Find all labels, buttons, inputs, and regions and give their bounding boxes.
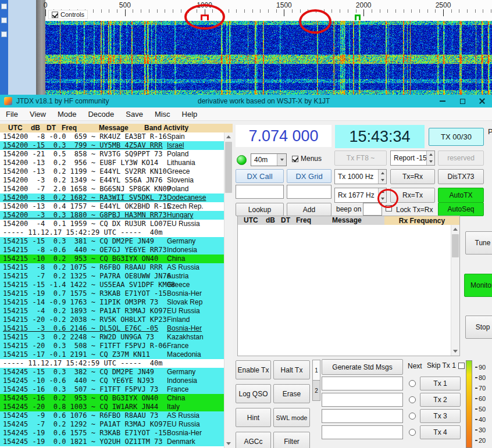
decode-row[interactable]: 154200 -7 2.0 1658 ~ BG6SNJ SP8GK KN09Po…: [0, 185, 224, 193]
hint-button[interactable]: Hint: [236, 408, 271, 427]
halt-tx-button[interactable]: Halt Tx: [273, 360, 310, 379]
spin-down-icon[interactable]: [379, 177, 386, 184]
menu-item-decode[interactable]: Decode: [82, 107, 120, 120]
tx-mode-button[interactable]: Tx FT8 ~: [334, 150, 387, 166]
lookup-button[interactable]: Lookup: [236, 203, 284, 216]
tx-countdown-button[interactable]: TX 00/30: [429, 128, 484, 146]
erase-button[interactable]: Erase: [273, 384, 310, 403]
decode-row[interactable]: 154200 -8 0.2 1682 ~ RA3WII SV5DKL 73Dod…: [0, 193, 224, 202]
scroll-up-icon[interactable]: [451, 225, 459, 234]
rx-frequency-body[interactable]: [238, 225, 451, 356]
decode-row[interactable]: 154215 -19 0.7 1575 ~ R3KAB E71YOT -15Bo…: [0, 289, 224, 298]
close-button[interactable]: [472, 95, 492, 107]
scroll-up-icon[interactable]: [224, 132, 233, 141]
decode-separator-row[interactable]: ----- 11.12.17 15:42:59 UTC ----- 40m: [0, 359, 224, 368]
waterfall-canvas[interactable]: [45, 21, 492, 95]
decode-row[interactable]: 154245 -16 0.2 953 ~ CQ BG3IYX ON40China: [0, 394, 224, 403]
tx-select-radio-1[interactable]: [409, 380, 416, 387]
tx-select-radio-2[interactable]: [409, 396, 416, 403]
decode-separator-row[interactable]: ----- 11.12.17 15:42:29 UTC ----- 40m: [0, 228, 224, 237]
menu-item-misc[interactable]: Misc: [149, 107, 176, 120]
agcc-button[interactable]: AGCc: [236, 432, 271, 448]
decode-row[interactable]: 154215 -20 -0.2 2038 ~ RV5K OH8LXT KP23F…: [0, 316, 224, 324]
spin-down-icon[interactable]: [427, 158, 434, 165]
decode-row[interactable]: 154200 -13 0.2 1199 ~ E44YL SV2RR KN10Gr…: [0, 167, 224, 176]
decode-row[interactable]: 154215 -7 0.2 1325 ~ PA7RA OE8UWW JN76Au…: [0, 272, 224, 281]
skip-tx1-checkbox[interactable]: [458, 363, 465, 369]
decode-row[interactable]: 154245 -15 0.3 382 ~ CQ DM2PE JN49German…: [0, 368, 224, 377]
swl-mode-button[interactable]: SWL mode: [273, 408, 310, 427]
rx-frequency-scrollbar[interactable]: [451, 225, 459, 356]
tx-message-field-1[interactable]: [322, 377, 403, 390]
decode-row[interactable]: 154215 -17 -0.1 2191 ~ CQ Z37M KN11Maced…: [0, 350, 224, 359]
menu-item-view[interactable]: View: [24, 107, 52, 120]
title-bar[interactable]: JTDX v18.1 by HF community derivative wo…: [0, 95, 492, 107]
spin-up-icon[interactable]: [427, 151, 434, 158]
tx-freq-spinner[interactable]: Tx 1000 Hz: [334, 169, 387, 184]
menu-item-file[interactable]: File: [0, 107, 24, 120]
tx-1-button[interactable]: Tx 1: [420, 377, 461, 390]
generate-std-msgs-button[interactable]: Generate Std Msgs: [322, 359, 403, 375]
minimize-button[interactable]: [433, 95, 452, 107]
decode-row[interactable]: 154215 -3 0.6 2146 ~ DL5QL E76C -05Bosni…: [0, 324, 224, 333]
decode-row[interactable]: 154200 -8 -0.0 659 ~ RK4UZ EA3BT R-16Spa…: [0, 132, 224, 141]
menu-item-help[interactable]: Help: [176, 107, 204, 120]
autotx-button[interactable]: AutoTX: [438, 188, 484, 203]
scroll-down-icon[interactable]: [224, 439, 233, 448]
message-tab-1[interactable]: 1: [312, 360, 320, 381]
enable-tx-button[interactable]: Enable Tx: [236, 360, 271, 379]
menus-checkbox-group[interactable]: Menus: [292, 155, 322, 163]
log-qso-button[interactable]: Log QSO: [236, 384, 271, 403]
decode-row[interactable]: 154245 -19 0.6 1575 ~ R3KAB E71YOT -15Bo…: [0, 429, 224, 438]
autoseq-button[interactable]: AutoSeq: [438, 202, 484, 216]
tx-message-field-4[interactable]: [322, 425, 403, 439]
decode-row[interactable]: 154245 -20 0.8 1003 ~ CQ IW1ARK JN44Ital…: [0, 403, 224, 411]
rx-frequency-marker[interactable]: [355, 15, 361, 20]
tx-select-radio-4[interactable]: [409, 429, 416, 436]
decode-row[interactable]: 154215 -8 -0.6 440 ~ OE7GJ YE6YE RR73Ind…: [0, 246, 224, 255]
decode-row[interactable]: 154215 -15 -1.4 1422 ~ US5EAA SV1DPF KM0…: [0, 281, 224, 289]
menu-item-save[interactable]: Save: [120, 107, 149, 120]
band-activity-scrollbar[interactable]: [224, 132, 233, 448]
decode-row[interactable]: 154215 -20 0.3 508 ~ F1TFT F5PVJ R-06Fra…: [0, 342, 224, 350]
decode-row[interactable]: 154200 -13 0.4 1757 ~ E44YL OK2BHD R-15C…: [0, 202, 224, 211]
stop-button[interactable]: Stop: [465, 316, 492, 339]
menus-checkbox[interactable]: [292, 156, 298, 162]
decode-row[interactable]: 154200 -3 0.2 1349 ~ E44YL S56A JN76Slov…: [0, 176, 224, 185]
decode-row[interactable]: 154245 -16 0.3 507 ~ F1TFT F5PVJ 73Franc…: [0, 385, 224, 394]
monitor-button[interactable]: Monitor: [464, 274, 492, 297]
dx-grid-input[interactable]: [287, 185, 331, 199]
dx-grid-button[interactable]: DX Grid: [287, 169, 331, 183]
decode-row[interactable]: 154215 -3 0.2 2248 ~ RW2D UN9GA 73Kazakh…: [0, 333, 224, 342]
decode-row[interactable]: 154200 -21 0.5 858 ~ RV3TG SQ9PPT 73Pola…: [0, 150, 224, 159]
skip-tx1-checkbox-group[interactable]: Skip Tx 1: [427, 361, 465, 370]
dx-call-input[interactable]: [236, 185, 284, 199]
controls-checkbox[interactable]: [52, 12, 58, 18]
spin-up-icon[interactable]: [379, 170, 386, 177]
decode-row[interactable]: 154200 -13 0.2 956 ~ EU8F LY3W KO14Lithu…: [0, 159, 224, 167]
decode-row[interactable]: 154215 -15 0.3 381 ~ CQ DM2PE JN49German…: [0, 237, 224, 246]
beep-input[interactable]: [363, 203, 382, 216]
decode-row[interactable]: 154200 -4 0.1 1959 ~ CQ DX RU3UR LO07EU …: [0, 220, 224, 228]
tx-3-button[interactable]: Tx 3: [420, 409, 461, 423]
tx-message-field-2[interactable]: [322, 393, 403, 407]
scrollbar-thumb[interactable]: [225, 142, 232, 193]
tx-4-button[interactable]: Tx 4: [420, 425, 461, 439]
decode-row[interactable]: 154245 -19 0.0 1821 ~ YO2UH OZ1ITM 73Den…: [0, 438, 224, 446]
taskbar-icon[interactable]: [1, 17, 7, 23]
band-select[interactable]: 40m: [251, 153, 287, 166]
decode-row[interactable]: 154200 -15 0.3 799 ~ UY5MB 4Z5AV RRRIsra…: [0, 141, 224, 150]
chevron-down-icon[interactable]: [277, 154, 286, 166]
tx-2-button[interactable]: Tx 2: [420, 393, 461, 407]
distx73-button[interactable]: DisTX73: [438, 169, 484, 184]
decode-row[interactable]: 154200 -3 0.3 1880 ~ G8PBJ HA3MN RR73Hun…: [0, 211, 224, 220]
decode-row[interactable]: 154215 -10 0.2 953 ~ CQ BG3IYX ON40China: [0, 255, 224, 263]
tx-eq-rx-button[interactable]: Tx=Rx: [390, 169, 435, 184]
tune-button[interactable]: Tune: [465, 231, 492, 255]
scrollbar-thumb[interactable]: [452, 234, 459, 257]
dx-call-button[interactable]: DX Call: [236, 169, 284, 183]
decode-row[interactable]: 154215 -8 0.2 1075 ~ R6FBO R8AAU RRRAS R…: [0, 263, 224, 272]
taskbar-icon[interactable]: [1, 3, 7, 9]
maximize-button[interactable]: [452, 95, 472, 107]
taskbar-icon[interactable]: [1, 31, 7, 37]
